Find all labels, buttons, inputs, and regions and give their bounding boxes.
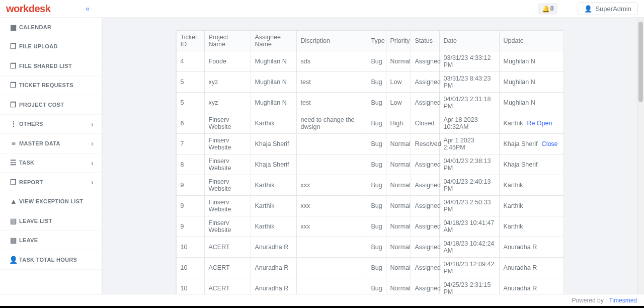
column-header[interactable]: Ticket ID [176,31,204,51]
table-cell: 04/01/23 2:38:13 PM [439,155,499,175]
user-label: SuperAdmin [595,5,631,13]
column-header[interactable]: Date [439,31,499,51]
sidebar-item-label: LEAVE LIST [19,218,94,224]
table-row[interactable]: 10ACERTAnuradha RBugNormalAssigned04/18/… [176,258,564,278]
table-cell: Assigned [411,258,439,278]
logo: workdesk [6,3,50,15]
table-row[interactable]: 7Finserv WebsiteKhaja SherifBugNormalRes… [176,134,564,155]
table-cell: Finserv Website [204,134,251,155]
update-name: Anuradha R [504,264,537,271]
table-cell: Closed [411,113,439,134]
tickets-table: Ticket IDProject NameAssignee NameDiscri… [176,30,564,294]
sidebar-item-leave-list[interactable]: ▤LEAVE LIST [0,211,102,231]
table-row[interactable]: 10ACERTAnuradha RBugNormalAssigned04/18/… [176,237,564,258]
update-cell: Karthik [499,216,564,237]
sidebar-item-view-exception-list[interactable]: ▲VIEW EXCEPTION LIST [0,192,102,212]
footer-brand-link[interactable]: Timesmed [609,297,637,304]
content-area: Ticket IDProject NameAssignee NameDiscri… [102,18,637,294]
sidebar-item-others[interactable]: ⋮OTHERS› [0,115,102,134]
table-cell: Assigned [411,216,439,237]
table-row[interactable]: 9Finserv WebsiteKarthikxxxBugNormalAssig… [176,196,564,216]
table-cell: Assigned [411,196,439,216]
sidebar-item-label: TASK TOTAL HOURS [19,257,94,263]
update-name: Anuradha R [504,244,537,251]
table-cell: 8 [176,155,204,175]
sidebar-item-leave[interactable]: ▤LEAVE [0,231,102,251]
table-cell: Bug [367,216,386,237]
sidebar-item-project-cost[interactable]: ❐PROJECT COST [0,95,102,115]
table-cell: Bug [367,258,386,278]
update-cell: KarthikRe Open [499,113,564,134]
sidebar-item-report[interactable]: ❐REPORT› [0,173,102,192]
sidebar-item-file-upload[interactable]: ❐FILE UPLOAD [0,37,102,57]
table-cell: Anuradha R [251,258,296,278]
sidebar-item-calendar[interactable]: ▦CALENDAR [0,18,102,37]
update-name: Mughilan N [504,99,535,106]
table-cell: 04/01/23 2:31:18 PM [439,93,499,113]
column-header[interactable]: Discription [296,31,367,51]
file-icon: ❐ [8,62,19,70]
table-cell: Normal [386,216,411,237]
close-link[interactable]: Close [542,140,558,147]
update-name: Karthik [504,223,523,230]
table-row[interactable]: 9Finserv WebsiteKarthikxxxBugNormalAssig… [176,216,564,237]
table-cell: Normal [386,134,411,155]
warn-icon: ▲ [8,197,19,205]
scrollbar-thumb[interactable] [638,22,643,102]
sidebar-item-label: OTHERS [19,121,91,127]
sidebar-item-label: MASTER DATA [19,140,91,146]
sidebar-item-ticket-requests[interactable]: ❐TICKET REQUESTS [0,76,102,96]
table-row[interactable]: 6Finserv WebsiteKarthikneed to change th… [176,113,564,134]
update-name: Anuradha R [504,285,537,292]
column-header[interactable]: Type [367,31,386,51]
update-cell: Khaja Sherif [499,155,564,175]
chevron-right-icon: › [91,178,94,186]
rows-icon: ▤ [8,236,19,244]
user-menu-button[interactable]: 👤 SuperAdmin [578,3,638,15]
table-cell: Bug [367,155,386,175]
update-name: Khaja Sherif [504,161,538,168]
sidebar-item-label: VIEW EXCEPTION LIST [19,198,94,204]
table-cell: 04/18/23 10:41:47 AM [439,216,499,237]
notifications-button[interactable]: 🔔 0 [538,3,558,15]
column-header[interactable]: Assignee Name [251,31,296,51]
table-cell: xyz [204,93,251,113]
table-row[interactable]: 10ACERTAnuradha RBugNormalAssigned04/25/… [176,278,564,294]
table-cell: Mughilan N [251,51,296,72]
table-cell: Bug [367,237,386,258]
table-cell: Bug [367,113,386,134]
table-cell: 7 [176,134,204,155]
table-row[interactable]: 5xyzMughilan NtestBugLowAssigned03/31/23… [176,72,564,93]
column-header[interactable]: Project Name [204,31,251,51]
table-cell: 03/31/23 4:33:12 PM [439,51,499,72]
vertical-scrollbar[interactable] [637,18,644,294]
sidebar-item-file-shared-list[interactable]: ❐FILE SHARED LIST [0,56,102,76]
collapse-icon: « [86,5,90,13]
sidebar-item-label: FILE UPLOAD [19,43,94,49]
sidebar-item-label: REPORT [19,179,91,185]
chevron-right-icon: › [91,139,94,147]
update-cell: Karthik [499,196,564,216]
sidebar-item-task-total-hours[interactable]: 👤TASK TOTAL HOURS [0,250,102,270]
update-cell: Anuradha R [499,278,564,294]
column-header[interactable]: Priority [386,31,411,51]
sidebar-item-label: FILE SHARED LIST [19,63,94,69]
sidebar-collapse-button[interactable]: « [86,5,90,13]
table-row[interactable]: 9Finserv WebsiteKarthikxxxBugNormalAssig… [176,175,564,196]
re-open-link[interactable]: Re Open [527,120,552,127]
table-cell: Karthik [251,216,296,237]
table-cell: Low [386,72,411,93]
table-cell: Normal [386,175,411,196]
table-cell: 04/18/23 10:42:24 AM [439,237,499,258]
update-cell: Karthik [499,175,564,196]
table-row[interactable]: 4FoodeMughilan NsdsBugNormalAssigned03/3… [176,51,564,72]
sidebar-item-master-data[interactable]: ≡MASTER DATA› [0,134,102,153]
table-cell: ACERT [204,278,251,294]
table-row[interactable]: 8Finserv WebsiteKhaja SherifBugNormalAss… [176,155,564,175]
table-row[interactable]: 5xyzMughilan NtestBugLowAssigned04/01/23… [176,93,564,113]
column-header[interactable]: Status [411,31,439,51]
column-header[interactable]: Update [499,31,564,51]
table-cell: 9 [176,175,204,196]
table-cell: Anuradha R [251,237,296,258]
sidebar-item-task[interactable]: ☲TASK› [0,153,102,173]
